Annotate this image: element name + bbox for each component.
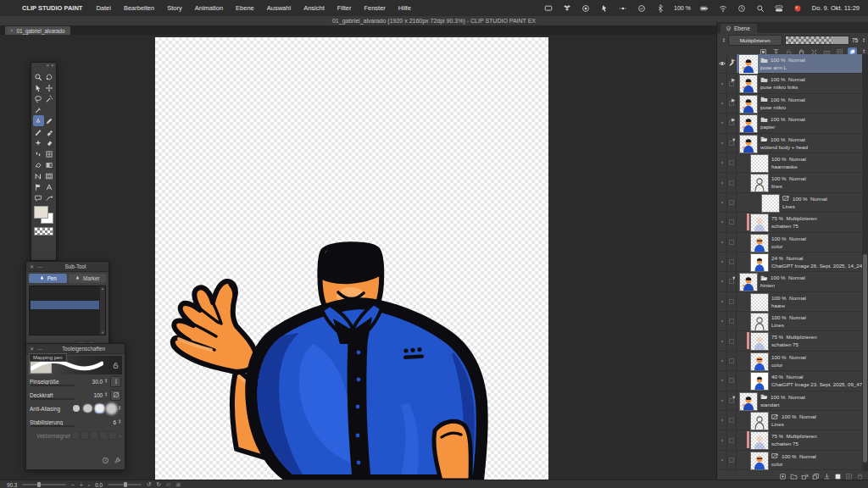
checkbox-icon[interactable] — [726, 430, 737, 449]
layer-row[interactable]: 100 % Normallines — [717, 173, 868, 192]
blend-stepper[interactable]: ▲▼ — [722, 38, 726, 43]
brush-size-value[interactable]: 30.0 — [82, 379, 103, 385]
checkbox-icon[interactable] — [726, 312, 737, 330]
layer-row[interactable]: 100 % Normalcolor — [717, 451, 868, 470]
layer-thumbnail[interactable] — [750, 154, 769, 173]
stabilize-value[interactable]: 6 — [96, 419, 116, 425]
rotate-cw-icon[interactable]: ↻ — [156, 481, 160, 488]
checkbox-icon[interactable] — [726, 331, 737, 350]
layer-thumbnail[interactable] — [739, 95, 758, 114]
layer-row[interactable]: ▶100 % Normalpose mikro — [717, 94, 868, 114]
panel-minimize-icon[interactable]: ▾ — [51, 64, 53, 71]
expand-arrow-icon[interactable]: ▼ — [732, 395, 736, 400]
checkbox-icon[interactable] — [726, 193, 737, 212]
tool-bucket-icon[interactable] — [33, 159, 44, 170]
tool-text-icon[interactable] — [44, 181, 55, 192]
bluetooth-icon[interactable] — [655, 3, 665, 13]
tool-frame-icon[interactable] — [44, 170, 55, 181]
tool-balloon-icon[interactable] — [33, 192, 44, 203]
tool-blend-icon[interactable] — [33, 148, 44, 159]
layer-row[interactable]: 100 % Normalhaarmaske — [717, 153, 868, 173]
zoom-value[interactable]: 90.3 — [7, 482, 17, 488]
app-status-dot-icon[interactable] — [793, 3, 803, 13]
dropbox-icon[interactable] — [562, 3, 571, 13]
pointer-icon[interactable] — [599, 3, 609, 13]
layer-thumbnail[interactable] — [750, 293, 769, 312]
menu-story[interactable]: Story — [167, 4, 182, 12]
menu-animation[interactable]: Animation — [195, 4, 223, 12]
tool-airbrush-icon[interactable] — [44, 126, 55, 137]
tool-figure-icon[interactable] — [33, 170, 44, 181]
expand-arrow-icon[interactable]: ▶ — [732, 77, 735, 82]
layer-thumbnail[interactable] — [739, 273, 758, 291]
layer-row[interactable]: 24 % NormalChatGPT Image 26. Sept. 2025,… — [717, 252, 868, 272]
subtool-tab-marker[interactable]: Marker — [69, 274, 107, 283]
antialias-stepper[interactable]: ▲▼ — [118, 406, 121, 411]
panel-close-icon[interactable]: ✕ — [30, 263, 34, 269]
layer-thumbnail[interactable] — [750, 372, 769, 391]
tool-zoom-icon[interactable] — [33, 71, 44, 82]
layer-thumbnail[interactable] — [739, 114, 758, 133]
expand-arrow-icon[interactable]: ▶ — [732, 117, 735, 122]
layer-row[interactable]: 100 % Normalhaare — [717, 292, 868, 312]
opacity-stepper[interactable]: ▲▼ — [862, 38, 865, 43]
app-menu[interactable]: CLIP STUDIO PAINT — [22, 4, 82, 12]
tool-eraser-icon[interactable] — [44, 137, 55, 148]
display-icon[interactable] — [543, 3, 553, 13]
checkbox-icon[interactable] — [726, 451, 737, 469]
tool-flag-icon[interactable] — [33, 181, 44, 192]
tool-pen-icon[interactable] — [33, 115, 44, 126]
checkbox-icon[interactable] — [726, 292, 737, 311]
layer-thumbnail[interactable] — [750, 234, 769, 252]
tool-decoration-icon[interactable] — [33, 137, 44, 148]
menu-ebene[interactable]: Ebene — [236, 4, 254, 12]
camera-icon[interactable] — [581, 3, 590, 13]
opacity-stepper[interactable]: ▲▼ — [104, 392, 108, 397]
expand-arrow-icon[interactable]: ▶ — [732, 58, 735, 63]
tool-wand-icon[interactable] — [44, 93, 55, 104]
stabilize-stepper[interactable]: ▲▼ — [118, 419, 121, 424]
layer-thumbnail[interactable] — [750, 214, 769, 232]
brush-size-stepper[interactable]: ▲▼ — [104, 379, 108, 384]
tool-object-icon[interactable] — [33, 82, 44, 93]
menu-datei[interactable]: Datei — [96, 4, 111, 12]
layer-thumbnail[interactable] — [750, 452, 769, 470]
panel-minimize-icon[interactable]: — — [37, 264, 42, 269]
layers-tab[interactable]: Ebene — [721, 24, 757, 33]
layer-thumbnail[interactable] — [739, 75, 758, 93]
checkbox-icon[interactable] — [726, 371, 737, 390]
layer-scrollbar[interactable] — [862, 54, 868, 471]
layer-thumbnail[interactable] — [750, 313, 769, 331]
zoom-in-icon[interactable]: + — [80, 482, 83, 488]
subtool-list[interactable]: ▲▼ — [29, 286, 106, 336]
zoom-out-icon[interactable]: − — [71, 482, 75, 488]
tool-pencil-icon[interactable] — [44, 115, 55, 126]
wrench-icon[interactable] — [114, 452, 121, 468]
stabilize-slider[interactable] — [31, 425, 75, 427]
spotlight-icon[interactable] — [756, 3, 765, 13]
foreground-color-swatch[interactable] — [34, 206, 48, 219]
tool-dropper-icon[interactable] — [33, 104, 44, 115]
checkbox-icon[interactable] — [726, 352, 737, 370]
layer-thumbnail[interactable] — [750, 174, 769, 192]
flip-icon[interactable]: ⇄ — [166, 481, 170, 488]
zoom-slider[interactable] — [22, 484, 66, 485]
layer-row[interactable]: 100 % Normalcolor — [717, 352, 868, 371]
subtool-selected-item[interactable] — [31, 301, 99, 309]
expand-arrow-icon[interactable]: ▼ — [732, 137, 736, 142]
lock-icon[interactable] — [112, 358, 120, 373]
expand-arrow-icon[interactable]: ▶ — [732, 97, 735, 103]
rotate-ccw-icon[interactable]: ↺ — [147, 481, 151, 488]
antialias-weak[interactable] — [83, 404, 92, 413]
panel-close-icon[interactable]: ✕ — [46, 64, 49, 71]
wifi-icon[interactable] — [719, 3, 728, 13]
layer-row[interactable]: 100 % NormalLines — [717, 312, 868, 331]
menu-bearbeiten[interactable]: Bearbeiten — [124, 4, 154, 12]
layer-thumbnail[interactable] — [761, 194, 780, 213]
layer-opacity-value[interactable]: 75 — [852, 37, 858, 43]
layer-thumbnail[interactable] — [750, 332, 769, 351]
layer-thumbnail[interactable] — [750, 253, 769, 272]
tool-gradient-icon[interactable] — [44, 159, 55, 170]
checkbox-icon[interactable] — [726, 173, 737, 191]
vector-magnet-segments[interactable]: › — [71, 431, 121, 440]
